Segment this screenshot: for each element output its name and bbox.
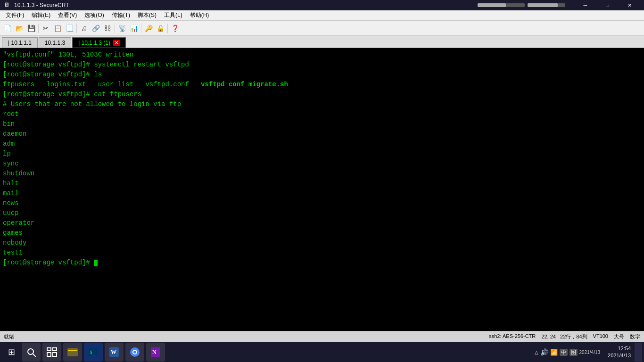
term-line-2: [root@storage vsftpd]# systemctl restart… (3, 60, 641, 70)
explorer-icon (67, 346, 78, 358)
tray-ime2[interactable]: 图 (570, 349, 578, 356)
term-line-8: bin (3, 119, 641, 129)
toolbar-sftp[interactable]: 📡 (116, 23, 128, 34)
start-button[interactable]: ⊞ (2, 343, 21, 362)
taskbar-taskview[interactable] (42, 343, 61, 362)
statusbar-right: ssh2: AES-256-CTR 22, 24 22行，84列 VT100 大… (489, 333, 640, 340)
statusbar-size: 大号 (614, 333, 624, 340)
term-line-15: mail (3, 189, 641, 198)
term-line-18: operator (3, 218, 641, 228)
toolbar-help[interactable]: ❓ (169, 23, 181, 34)
svg-rect-3 (53, 348, 57, 351)
toolbar-script[interactable]: 📊 (128, 23, 140, 34)
toolbar-copy[interactable]: 📋 (52, 23, 63, 34)
taskbar-clock[interactable]: 12:54 2021/4/13 (604, 345, 635, 360)
securecrt-icon: $_ (88, 346, 99, 358)
menu-view[interactable]: 查看(V) (54, 10, 81, 20)
tab-close-icon[interactable]: ✕ (113, 40, 120, 46)
toolbar-sep5 (167, 24, 168, 33)
term-line-20: nobody (3, 238, 641, 248)
tab-10113-1[interactable]: | 10.1.1.3 (1) ✕ (72, 37, 126, 48)
menu-tools[interactable]: 工具(L) (160, 10, 186, 20)
terminal-cursor (94, 260, 98, 266)
svg-rect-6 (68, 348, 77, 356)
tray-volume[interactable]: 🔊 (540, 348, 548, 356)
toolbar-lock[interactable]: 🔒 (155, 23, 166, 34)
term-line-9: daemon (3, 129, 641, 139)
minimize-button[interactable]: ─ (575, 0, 596, 10)
toolbar-paste[interactable]: 📃 (64, 23, 75, 34)
close-button[interactable]: ✕ (619, 0, 640, 10)
maximize-button[interactable]: □ (597, 0, 618, 10)
term-line-7: root (3, 109, 641, 119)
tab-10113-label: 10.1.1.3 (45, 40, 65, 46)
tray-network[interactable]: 📶 (550, 349, 558, 356)
menu-options[interactable]: 选项(O) (81, 10, 107, 20)
toolbar-sep2 (76, 24, 77, 33)
svg-text:W: W (111, 349, 116, 355)
progress-bar-outer2 (528, 3, 565, 7)
term-line-11: lp (3, 149, 641, 159)
term-line-4: ftpusers logins.txt user_list vsftpd.con… (3, 80, 641, 90)
progress-bar-inner (478, 3, 506, 7)
clock-date: 2021/4/13 (608, 352, 631, 359)
menubar: 文件(F) 编辑(E) 查看(V) 选项(O) 传输(T) 脚本(S) 工具(L… (0, 10, 644, 21)
term-line-6: # Users that are not allowed to login vi… (3, 99, 641, 109)
taskbar-chrome[interactable] (125, 343, 144, 362)
term-line-16: news (3, 198, 641, 208)
chrome-icon (129, 346, 140, 358)
toolbar-open[interactable]: 📂 (14, 23, 25, 34)
taskbar-securecrt[interactable]: $_ (84, 343, 103, 362)
progress-bar-inner2 (528, 3, 558, 7)
menu-script[interactable]: 脚本(S) (134, 10, 160, 20)
toolbar-sep3 (115, 24, 115, 33)
main-content: 🖥 10.1.1.3 - SecureCRT ─ □ ✕ 文件(F) 编辑(E)… (0, 0, 644, 342)
statusbar-terminal: VT100 (593, 333, 608, 340)
toolbar-print[interactable]: 🖨 (78, 23, 90, 34)
toolbar-key[interactable]: 🔑 (143, 23, 154, 34)
taskbar: ⊞ $_ W N △ (0, 342, 644, 362)
taskbar-onenote[interactable]: N (146, 343, 165, 362)
menu-help[interactable]: 帮助(H) (186, 10, 213, 20)
menu-transfer[interactable]: 传输(T) (108, 10, 134, 20)
titlebar-title: 10.1.1.3 - SecureCRT (14, 2, 478, 8)
tab-1011-label: | 10.1.1.1 (8, 40, 32, 46)
show-desktop-button[interactable] (635, 343, 642, 362)
titlebar-progress (478, 3, 565, 7)
term-line-5: [root@storage vsftpd]# cat ftpusers (3, 90, 641, 99)
term-line-22: [root@storage vsftpd]# (3, 258, 641, 268)
statusbar: 就绪 ssh2: AES-256-CTR 22, 24 22行，84列 VT10… (0, 331, 644, 342)
toolbar-new[interactable]: 📄 (2, 23, 13, 34)
term-line-14: halt (3, 179, 641, 189)
statusbar-rowcol: 22, 24 22行，84列 (541, 333, 587, 340)
tray-chevron[interactable]: △ (535, 350, 538, 355)
toolbar-disconnect[interactable]: ⛓ (102, 23, 113, 34)
toolbar-cut[interactable]: ✂ (40, 23, 51, 34)
progress-bar-outer (478, 3, 525, 7)
tray-ime[interactable]: 中 (560, 349, 568, 356)
terminal[interactable]: "vsftpd.conf" 130L, 5103C written [root@… (0, 48, 644, 270)
tab-10113[interactable]: 10.1.1.3 (39, 37, 71, 48)
titlebar: 🖥 10.1.1.3 - SecureCRT ─ □ ✕ (0, 0, 644, 10)
menu-file[interactable]: 文件(F) (2, 10, 28, 20)
taskbar-tray: △ 🔊 📶 中 图 2021/4/13 (531, 348, 604, 356)
term-line-17: uucp (3, 208, 641, 218)
term-line-13: shutdown (3, 169, 641, 179)
term-line-3: [root@storage vsftpd]# ls (3, 70, 641, 80)
toolbar-save[interactable]: 💾 (25, 23, 37, 34)
statusbar-ready: 就绪 (4, 333, 14, 340)
toolbar: 📄 📂 💾 ✂ 📋 📃 🖨 🔗 ⛓ 📡 📊 🔑 🔒 ❓ (0, 21, 644, 36)
toolbar-sep1 (38, 24, 39, 33)
term-line-12: sync (3, 159, 641, 169)
taskbar-explorer[interactable] (63, 343, 82, 362)
taskbar-search[interactable] (22, 343, 41, 362)
toolbar-connect[interactable]: 🔗 (90, 23, 101, 34)
svg-rect-4 (47, 353, 51, 356)
term-line-19: games (3, 228, 641, 238)
term-line-21: test1 (3, 248, 641, 258)
taskbar-word[interactable]: W (105, 343, 124, 362)
titlebar-controls: ─ □ ✕ (575, 0, 640, 10)
terminal-wrapper[interactable]: "vsftpd.conf" 130L, 5103C written [root@… (0, 48, 644, 331)
tab-1011[interactable]: | 10.1.1.1 (2, 37, 38, 48)
menu-edit[interactable]: 编辑(E) (28, 10, 54, 20)
